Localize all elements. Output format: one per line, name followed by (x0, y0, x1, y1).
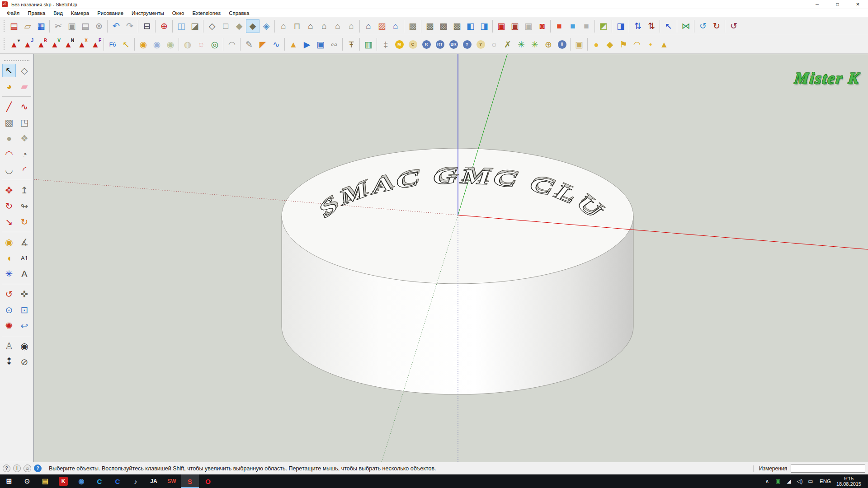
vertex-tool-n-icon[interactable]: ▲N (61, 38, 75, 51)
lasso-tool-icon[interactable]: ◌ (194, 38, 208, 51)
protractor-tool-icon[interactable]: ◖ (2, 251, 16, 265)
tray-expand-icon[interactable]: ∧ (762, 474, 773, 488)
x-ray-style-icon[interactable]: ◫ (175, 19, 188, 33)
s-bend-tool-icon[interactable]: ∾ (327, 38, 341, 51)
language-indicator[interactable]: ENG (816, 479, 835, 484)
menu-item-1[interactable]: Правка (24, 9, 49, 17)
menu-item-2[interactable]: Вид (49, 9, 67, 17)
pencil-tool-icon[interactable]: ✎ (242, 38, 256, 51)
iso-view-icon[interactable]: ⌂ (277, 19, 290, 33)
redo-icon[interactable]: ↷ (123, 19, 137, 33)
cut-x-tool-icon[interactable]: ✗ (501, 38, 514, 51)
back-view-icon[interactable]: ⌂ (317, 19, 331, 33)
gold-flag-icon[interactable]: ⚑ (617, 38, 630, 51)
monochrome-style-icon[interactable]: ◈ (259, 19, 273, 33)
print-icon[interactable]: ⊟ (140, 19, 154, 33)
solid-intersect-icon[interactable]: ■ (566, 19, 580, 33)
components-icon-5[interactable]: ◨ (477, 19, 491, 33)
pie-tool-icon[interactable]: ◔ (18, 147, 31, 161)
app-media-icon[interactable]: ♪ (127, 474, 145, 488)
position-camera-icon[interactable]: ♙ (2, 339, 16, 353)
app-c-dark-icon[interactable]: C (108, 474, 127, 488)
shaded-textures-style-icon[interactable]: ◆ (246, 19, 259, 33)
arrows-up-down-blue-icon[interactable]: ⇅ (631, 19, 645, 33)
vertex-tool-j-icon[interactable]: ▲J (21, 38, 34, 51)
app-c-blue-icon[interactable]: C (90, 474, 108, 488)
axes-tool-icon[interactable]: ✳ (2, 267, 16, 281)
hidden-line-style-icon[interactable]: □ (219, 19, 232, 33)
copy-icon[interactable]: ▣ (65, 19, 79, 33)
select-curve-icon[interactable]: ↖ (119, 38, 133, 51)
cut-icon[interactable]: ✂ (52, 19, 65, 33)
front-view-icon[interactable]: ⌂ (304, 19, 317, 33)
undo-icon[interactable]: ↶ (109, 19, 123, 33)
photo-match-icon[interactable]: ▨ (375, 19, 389, 33)
orbit-tool-icon[interactable]: ↺ (2, 287, 16, 301)
maximize-button[interactable]: □ (827, 0, 848, 9)
fredoscale-icon[interactable]: F6 (106, 38, 119, 51)
status-help-icon[interactable]: ? (3, 465, 10, 472)
erase-icon[interactable]: ⊗ (92, 19, 106, 33)
tape-measure-icon[interactable]: ◉ (2, 235, 16, 249)
shaded-style-icon[interactable]: ◆ (232, 19, 246, 33)
vertex-tool-v-icon[interactable]: ▲V (48, 38, 61, 51)
back-edges-style-icon[interactable]: ◪ (188, 19, 202, 33)
gold-ball-icon[interactable]: • (644, 38, 657, 51)
rotate-tool-icon[interactable]: ↻ (2, 199, 16, 213)
right-view-icon[interactable]: ⌂ (344, 19, 358, 33)
pause-badge-icon[interactable]: ‖ (555, 38, 569, 51)
clock[interactable]: 9:15 18.08.2015 (835, 476, 866, 487)
bowtie-tool-icon[interactable]: ⋈ (679, 19, 693, 33)
toolbar-drag-handle[interactable] (4, 20, 5, 32)
vegetation-icon-1[interactable]: ✳ (514, 38, 528, 51)
pan-tool-icon[interactable]: ✜ (18, 287, 31, 301)
paint-bucket-icon[interactable]: ◕ (2, 80, 16, 93)
badge-m-icon[interactable]: M (392, 38, 406, 51)
select-tool-icon[interactable]: ↖ (2, 64, 16, 77)
rotate-right-red-icon[interactable]: ↻ (710, 19, 723, 33)
menu-item-4[interactable]: Рисование (93, 9, 127, 17)
viewport[interactable]: SMAC GMC CLUB SMAC GMC CLUB Mister K (33, 54, 868, 462)
gold-arch-icon[interactable]: ◠ (630, 38, 644, 51)
round-corner-icon-3[interactable]: ◉ (164, 38, 177, 51)
rotate-left-green-icon[interactable]: ↺ (696, 19, 710, 33)
app-chrome-icon[interactable]: ◉ (72, 474, 90, 488)
wireframe-style-icon[interactable]: ◇ (205, 19, 219, 33)
vertex-tool-x-icon[interactable]: ▲X (75, 38, 89, 51)
app-sketchup-icon[interactable]: S (181, 474, 199, 488)
make-component-icon[interactable]: ◇ (18, 64, 31, 77)
tag-c-icon[interactable]: C (406, 38, 420, 51)
tag-help-icon[interactable]: ? (474, 38, 487, 51)
sandbox-smoove-icon[interactable]: ◨ (614, 19, 627, 33)
round-corner-icon-1[interactable]: ◉ (137, 38, 150, 51)
dimension-tool-icon[interactable]: ∡ (18, 235, 31, 249)
follow-me-tool-icon[interactable]: ↬ (18, 199, 31, 213)
flow-tool-icon[interactable]: ▶ (300, 38, 314, 51)
offset-tool-icon[interactable]: ↻ (18, 215, 31, 229)
rotated-rectangle-icon[interactable]: ◳ (18, 116, 31, 129)
toolbar-drag-handle[interactable] (4, 60, 29, 62)
model-info-icon[interactable]: ⊕ (157, 19, 171, 33)
gold-cone-icon[interactable]: ▲ (657, 38, 671, 51)
badge-help-icon[interactable]: ? (460, 38, 474, 51)
save-icon[interactable]: ▦ (34, 19, 48, 33)
file-explorer-icon[interactable]: ▤ (36, 474, 54, 488)
components-icon-1[interactable]: ▩ (423, 19, 437, 33)
arrow-northwest-icon[interactable]: ↖ (662, 19, 675, 33)
scale-tool-icon[interactable]: ↘ (2, 215, 16, 229)
round-corner-icon-2[interactable]: ◉ (150, 38, 164, 51)
vertex-tool-r-icon[interactable]: ▲R (34, 38, 48, 51)
vertex-tool-f-icon[interactable]: ▲F (89, 38, 102, 51)
open-icon[interactable]: ▱ (21, 19, 34, 33)
screw-tool-icon[interactable]: ‡ (379, 38, 392, 51)
menu-item-7[interactable]: Extensiones (189, 9, 225, 17)
paste-icon[interactable]: ▤ (79, 19, 92, 33)
toolbar-drag-handle[interactable] (4, 38, 5, 50)
toolbox-icon[interactable]: ◙ (535, 19, 549, 33)
app-ja-icon[interactable]: JA (145, 474, 163, 488)
freehand-tool-icon[interactable]: ∿ (18, 100, 31, 113)
walk-tool-icon[interactable]: ⁑ (2, 355, 16, 369)
menu-item-8[interactable]: Справка (225, 9, 253, 17)
egg-tool-icon[interactable]: ○ (487, 38, 501, 51)
badge-rt-icon[interactable]: RT (433, 38, 447, 51)
